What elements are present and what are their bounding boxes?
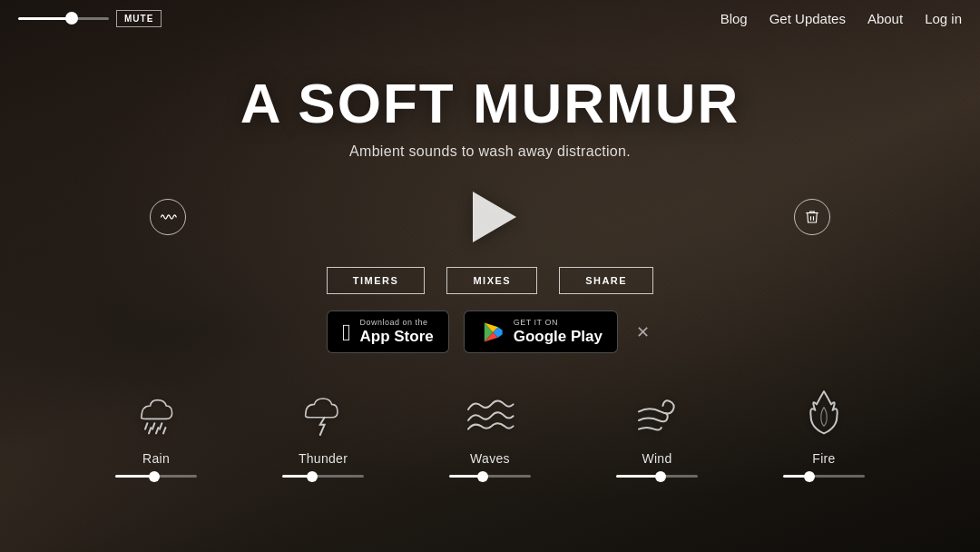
svg-line-6	[160, 423, 162, 429]
hero-subtitle: Ambient sounds to wash away distraction.	[0, 143, 980, 160]
waves-icon[interactable]	[457, 380, 523, 446]
fire-slider[interactable]	[783, 475, 865, 478]
hero-section: A SOFT MURMUR Ambient sounds to wash awa…	[0, 36, 980, 160]
svg-line-4	[145, 423, 147, 429]
fire-label: Fire	[812, 451, 835, 466]
play-button[interactable]	[473, 192, 516, 242]
google-play-text: GET IT ON Google Play	[514, 318, 603, 346]
google-play-badge[interactable]: GET IT ON Google Play	[464, 310, 618, 353]
trash-icon[interactable]	[794, 199, 830, 235]
app-store-row:  Download on the App Store GET IT ON Go…	[0, 310, 980, 353]
wind-slider[interactable]	[616, 475, 698, 478]
rain-label: Rain	[142, 451, 170, 466]
mixes-button[interactable]: MIXES	[446, 267, 537, 294]
navbar: MUTE Blog Get Updates About Log in	[0, 0, 980, 36]
google-play-pretext: GET IT ON	[514, 318, 603, 327]
apple-icon: 	[342, 320, 351, 344]
volume-slider[interactable]	[18, 17, 109, 20]
app-store-badge[interactable]:  Download on the App Store	[327, 310, 449, 353]
get-updates-link[interactable]: Get Updates	[769, 11, 846, 26]
fire-icon[interactable]	[791, 380, 857, 446]
wind-sound-item: Wind	[603, 380, 711, 478]
waves-slider[interactable]	[449, 475, 531, 478]
waves-sound-item: Waves	[436, 380, 544, 478]
google-play-icon	[479, 320, 505, 345]
google-play-name: Google Play	[514, 328, 603, 346]
share-button[interactable]: SHARE	[559, 267, 653, 294]
navbar-left: MUTE	[18, 10, 162, 27]
thunder-sound-item: Thunder	[269, 380, 377, 478]
svg-line-9	[163, 428, 165, 433]
svg-line-7	[149, 428, 151, 433]
blog-link[interactable]: Blog	[720, 11, 748, 26]
player-controls	[0, 185, 980, 249]
mute-button[interactable]: MUTE	[116, 10, 162, 27]
waveform-icon[interactable]	[150, 199, 186, 235]
page-title: A SOFT MURMUR	[0, 73, 980, 134]
volume-control: MUTE	[18, 10, 162, 27]
thunder-label: Thunder	[299, 451, 348, 466]
action-buttons: TIMERS MIXES SHARE	[0, 267, 980, 294]
app-store-pretext: Download on the	[360, 318, 434, 327]
close-app-banner-button[interactable]: ✕	[632, 324, 653, 340]
app-store-name: App Store	[360, 328, 434, 346]
waves-label: Waves	[470, 451, 510, 466]
timers-button[interactable]: TIMERS	[327, 267, 426, 294]
thunder-icon[interactable]	[290, 380, 356, 446]
login-link[interactable]: Log in	[925, 11, 962, 26]
rain-slider[interactable]	[115, 475, 197, 478]
thunder-slider[interactable]	[282, 475, 364, 478]
rain-sound-item: Rain	[102, 380, 211, 478]
wind-icon[interactable]	[624, 380, 690, 446]
fire-sound-item: Fire	[769, 380, 878, 478]
app-store-text: Download on the App Store	[360, 318, 434, 346]
sounds-row: Rain Thunder Waves	[0, 380, 980, 478]
navbar-right: Blog Get Updates About Log in	[720, 11, 962, 26]
svg-line-8	[156, 428, 158, 433]
about-link[interactable]: About	[867, 11, 903, 26]
wind-label: Wind	[642, 451, 671, 466]
svg-line-5	[152, 423, 154, 429]
rain-icon[interactable]	[123, 380, 189, 446]
